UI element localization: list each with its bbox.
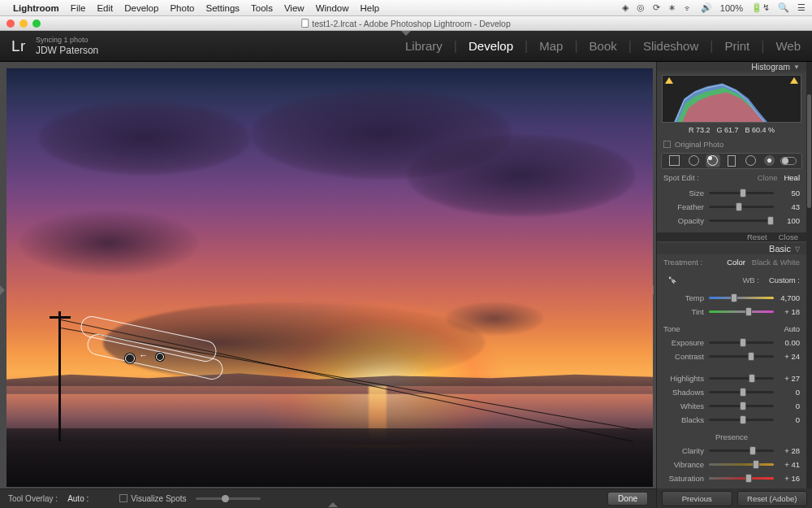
temp-slider[interactable]	[709, 297, 774, 299]
saturation-slider[interactable]	[709, 477, 774, 480]
module-map[interactable]: Map	[539, 39, 563, 53]
filmstrip-toggle-icon[interactable]	[328, 502, 338, 507]
document-icon	[301, 19, 309, 28]
feather-value[interactable]: 43	[774, 202, 800, 211]
menu-settings[interactable]: Settings	[205, 3, 240, 13]
left-panel-toggle-icon[interactable]	[0, 285, 5, 295]
whites-slider[interactable]	[709, 405, 774, 407]
tint-value[interactable]: + 18	[774, 307, 800, 316]
previous-button[interactable]: Previous	[662, 491, 732, 506]
spot-tool-ring[interactable]	[685, 154, 702, 168]
bluetooth-icon[interactable]: ∗	[668, 2, 676, 13]
spot-heal[interactable]: Heal	[784, 173, 800, 182]
contrast-value[interactable]: + 24	[774, 352, 800, 361]
spot-close[interactable]: Close	[779, 232, 798, 241]
heal-pin-source[interactable]	[125, 354, 135, 363]
right-panel-scrollbar[interactable]	[806, 62, 812, 488]
size-slider[interactable]	[709, 192, 774, 194]
reset-button[interactable]: Reset (Adobe)	[737, 491, 808, 506]
redeye-tool[interactable]	[723, 154, 740, 168]
feather-slider[interactable]	[709, 206, 774, 208]
shield-icon[interactable]: ◈	[622, 2, 628, 13]
local-tools-row	[661, 153, 802, 169]
module-slideshow[interactable]: Slideshow	[643, 39, 698, 53]
radial-filter-tool[interactable]	[762, 154, 778, 168]
lr-logo: Lr	[11, 37, 26, 55]
contrast-slider[interactable]	[709, 355, 774, 358]
clarity-label: Clarity	[663, 446, 709, 455]
treatment-bw[interactable]: Black & White	[752, 258, 800, 267]
menu-photo[interactable]: Photo	[170, 3, 194, 13]
module-develop[interactable]: Develop	[469, 39, 513, 53]
spot-reset[interactable]: Reset	[747, 232, 767, 241]
menu-develop[interactable]: Develop	[124, 3, 158, 13]
top-panel-toggle-icon[interactable]	[401, 31, 411, 36]
zoom-window-icon[interactable]	[32, 20, 41, 28]
highlights-slider[interactable]	[709, 377, 774, 380]
heal-pin-target[interactable]	[156, 353, 164, 361]
wb-preset[interactable]: Custom :	[769, 276, 800, 284]
whites-value[interactable]: 0	[774, 402, 800, 410]
minimize-window-icon[interactable]	[19, 20, 28, 28]
spot-removal-tool[interactable]	[705, 154, 721, 168]
graduated-filter-tool[interactable]	[742, 154, 758, 168]
volume-icon[interactable]: 🔊	[701, 2, 712, 13]
visualize-threshold-slider[interactable]	[196, 497, 261, 500]
size-value[interactable]: 50	[774, 189, 800, 198]
tone-label: Tone	[663, 324, 680, 333]
menu-window[interactable]: Window	[316, 3, 349, 13]
opacity-value[interactable]: 100	[774, 216, 800, 225]
blacks-slider[interactable]	[709, 419, 774, 421]
panel-switch[interactable]	[780, 154, 797, 168]
menu-tools[interactable]: Tools	[251, 3, 273, 13]
vibrance-value[interactable]: + 41	[774, 460, 800, 469]
spot-clone[interactable]: Clone	[758, 173, 778, 182]
eye-alt-icon[interactable]: ◎	[637, 2, 645, 13]
histogram-header[interactable]: Histogram▼	[657, 62, 806, 72]
menu-app[interactable]: Lightroom	[13, 3, 59, 13]
histogram[interactable]	[662, 75, 801, 122]
tint-slider[interactable]	[709, 310, 774, 313]
highlights-value[interactable]: + 27	[774, 374, 800, 383]
blacks-value[interactable]: 0	[774, 415, 800, 424]
shadows-label: Shadows	[663, 388, 709, 397]
clarity-value[interactable]: + 28	[774, 446, 800, 455]
original-photo-toggle[interactable]: Original Photo	[657, 137, 806, 151]
shadows-value[interactable]: 0	[774, 388, 800, 397]
right-panel-footer: Previous Reset (Adobe)	[657, 488, 812, 508]
auto-tone-button[interactable]: Auto	[784, 324, 800, 333]
battery-charging-icon[interactable]: 🔋↯	[751, 2, 770, 13]
vibrance-slider[interactable]	[709, 463, 774, 466]
wifi-icon[interactable]: ᯤ	[684, 3, 693, 13]
image-canvas[interactable]: ←	[6, 68, 653, 487]
menu-view[interactable]: View	[284, 3, 304, 13]
menu-file[interactable]: File	[71, 3, 86, 13]
spotlight-icon[interactable]: 🔍	[778, 2, 789, 13]
opacity-slider[interactable]	[709, 219, 774, 222]
module-library[interactable]: Library	[405, 39, 443, 53]
module-web[interactable]: Web	[775, 39, 801, 53]
sync-icon[interactable]: ⟳	[653, 2, 660, 13]
done-button[interactable]: Done	[607, 492, 648, 506]
treatment-color[interactable]: Color	[727, 258, 745, 267]
exposure-slider[interactable]	[709, 341, 774, 344]
saturation-value[interactable]: + 16	[774, 474, 800, 483]
menu-edit[interactable]: Edit	[97, 3, 113, 13]
menu-help[interactable]: Help	[361, 3, 380, 13]
wb-eyedropper-icon[interactable]: ➶	[663, 271, 680, 288]
module-print[interactable]: Print	[724, 39, 749, 53]
disclosure-icon: ▽	[795, 245, 800, 253]
tool-overlay-value[interactable]: Auto :	[67, 494, 89, 503]
visualize-spots-checkbox[interactable]: Visualize Spots	[119, 494, 186, 503]
exposure-value[interactable]: 0.00	[774, 338, 800, 347]
close-window-icon[interactable]	[6, 20, 15, 28]
traffic-lights[interactable]	[6, 20, 41, 28]
control-center-icon[interactable]: ☰	[797, 2, 806, 13]
temp-value[interactable]: 4,700	[774, 293, 800, 302]
basic-panel-header[interactable]: Basic▽	[657, 243, 806, 254]
module-book[interactable]: Book	[590, 39, 617, 53]
size-label: Size	[663, 189, 709, 198]
clarity-slider[interactable]	[709, 449, 774, 452]
crop-tool[interactable]	[667, 154, 683, 168]
shadows-slider[interactable]	[709, 391, 774, 393]
